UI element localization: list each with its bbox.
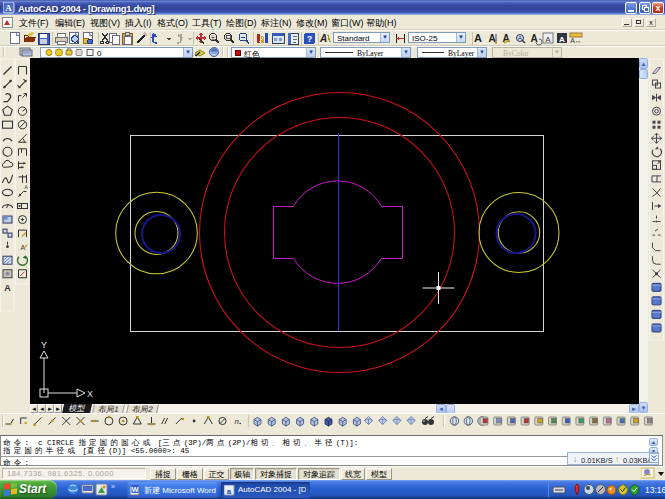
svg-text:W: W bbox=[132, 486, 139, 493]
svg-text:A: A bbox=[530, 33, 537, 44]
svg-text:?: ? bbox=[307, 34, 313, 44]
svg-text:n: n bbox=[234, 417, 239, 426]
svg-text:»: » bbox=[111, 483, 115, 490]
svg-text:Y: Y bbox=[41, 340, 47, 350]
svg-text:A: A bbox=[4, 283, 11, 293]
svg-text:a: a bbox=[227, 486, 232, 495]
svg-text:A: A bbox=[488, 33, 495, 44]
svg-text:A: A bbox=[5, 3, 12, 13]
svg-text:A: A bbox=[518, 35, 522, 41]
svg-text:A↔: A↔ bbox=[570, 37, 582, 44]
svg-text:A: A bbox=[559, 35, 565, 44]
svg-text:A: A bbox=[319, 33, 327, 44]
svg-text:A: A bbox=[474, 32, 482, 44]
svg-text:A: A bbox=[545, 35, 551, 44]
svg-text:13:16: 13:16 bbox=[645, 485, 665, 495]
svg-text:X: X bbox=[87, 389, 93, 399]
svg-text:±: ± bbox=[211, 34, 215, 41]
